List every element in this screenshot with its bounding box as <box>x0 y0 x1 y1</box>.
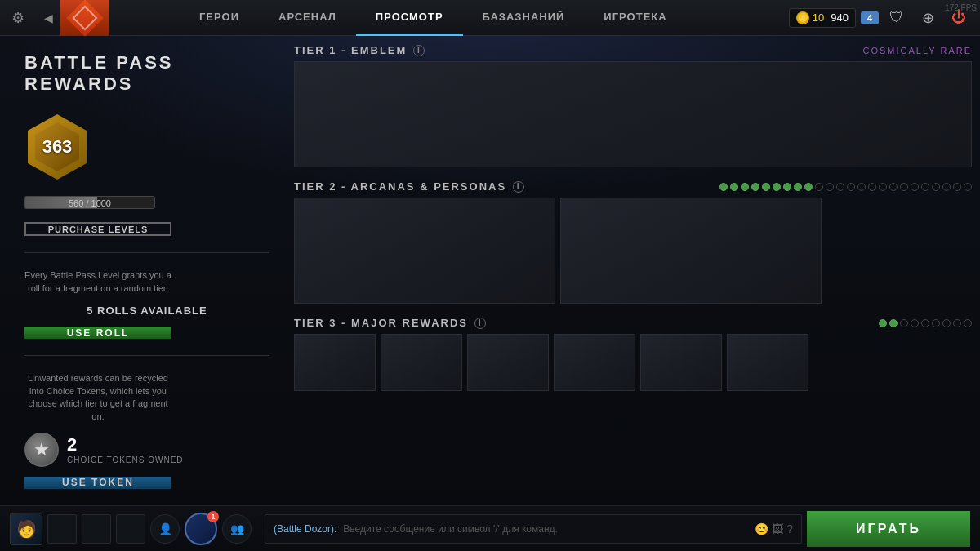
inventory-slot-1[interactable] <box>47 514 77 544</box>
tier-3-header: TIER 3 - MAJOR REWARDS i <box>294 317 972 329</box>
use-token-button[interactable]: USE TOKEN <box>24 477 172 489</box>
tier-3-dot-6 <box>932 319 940 327</box>
tier-3-title: TIER 3 - MAJOR REWARDS i <box>294 317 486 329</box>
bottom-bar: 🧑 👤 1 👥 (Battle Dozor): Введите сообщени… <box>0 505 980 551</box>
dota-logo[interactable] <box>60 0 109 36</box>
tier-2-dot-17 <box>889 183 898 191</box>
inventory-slot-2[interactable] <box>82 514 111 544</box>
tier-3-card-4[interactable] <box>554 334 635 391</box>
nav-right: 🪙 10 940 4 🛡 ⊕ ⏻ 172 FPS <box>789 5 980 31</box>
tier-3-dots <box>879 319 972 327</box>
tab-knowledge[interactable]: БАЗАЗНАНИЙ <box>463 0 585 36</box>
tier-2-dot-10 <box>815 183 823 191</box>
tier-2-cards <box>294 198 972 304</box>
tier-1-card[interactable] <box>294 61 972 167</box>
xp-bar-track: 560 / 1000 <box>24 196 155 209</box>
tier-2-card-1[interactable] <box>294 198 555 304</box>
tier-2-dot-14 <box>858 183 866 191</box>
token-count: 2 <box>67 434 184 455</box>
coin-icon: 🪙 <box>796 11 809 24</box>
tier-3-card-5[interactable] <box>640 334 722 391</box>
tier-1-title: TIER 1 - EMBLEM i <box>294 44 425 56</box>
tier-2-dot-4 <box>751 183 760 191</box>
tab-arsenal[interactable]: АРСЕНАЛ <box>259 0 356 36</box>
tier-2-header: TIER 2 - ARCANAS & PERSONAS i <box>294 180 972 193</box>
card-shimmer-2a <box>295 198 555 303</box>
xp-bar-container: 560 / 1000 <box>24 196 270 209</box>
purchase-levels-button[interactable]: PURCHASE LEVELS <box>24 222 172 236</box>
tier-3-dot-2 <box>889 319 898 327</box>
tier-3-card-2[interactable] <box>381 334 462 391</box>
emoji-icon[interactable]: 😊 <box>755 522 768 535</box>
profile-icon[interactable]: 👤 <box>150 514 180 544</box>
chat-bar[interactable]: (Battle Dozor): Введите сообщение или си… <box>265 514 802 544</box>
tier-2-dot-7 <box>783 183 791 191</box>
level-number: 363 <box>42 136 73 158</box>
help-icon[interactable]: ? <box>786 522 793 535</box>
tier-1-info-icon[interactable]: i <box>413 45 425 56</box>
tier-2-card-2[interactable] <box>560 198 822 304</box>
tier-2-dot-22 <box>942 183 951 191</box>
tier-1-section: TIER 1 - EMBLEM i COSMICALLY RARE <box>294 44 972 167</box>
tab-heroes[interactable]: ГЕРОИ <box>180 0 259 36</box>
tier-3-card-3[interactable] <box>467 334 549 391</box>
tier-3-dot-4 <box>911 319 919 327</box>
right-panel: TIER 1 - EMBLEM i COSMICALLY RARE TIER 2… <box>294 36 980 505</box>
left-panel: BATTLE PASS REWARDS 363 560 / 1000 PURCH… <box>0 36 294 505</box>
tier-3-info-icon[interactable]: i <box>474 318 486 329</box>
chat-placeholder-text: Введите сообщение или символ '/' для ком… <box>343 523 558 535</box>
tier-2-dot-16 <box>879 183 887 191</box>
tab-gamelab[interactable]: ИГРОТЕКА <box>584 0 686 36</box>
tier-2-dot-11 <box>826 183 834 191</box>
image-icon[interactable]: 🖼 <box>772 522 783 535</box>
tier-2-dot-19 <box>911 183 919 191</box>
gem-amount: 940 <box>831 11 849 24</box>
play-button[interactable]: ИГРАТЬ <box>807 511 970 547</box>
avatar[interactable]: 🧑 <box>10 513 42 545</box>
inventory-slot-3[interactable] <box>116 514 145 544</box>
notification-badge[interactable]: 4 <box>861 11 879 24</box>
settings-icon[interactable]: ⚙ <box>0 0 36 36</box>
tier-2-dot-12 <box>836 183 844 191</box>
nav-left: ⚙ ◀ <box>0 0 180 36</box>
nav-tabs: ГЕРОИ АРСЕНАЛ ПРОСМОТР БАЗАЗНАНИЙ ИГРОТЕ… <box>180 0 789 36</box>
tab-watch[interactable]: ПРОСМОТР <box>356 0 463 36</box>
tier-2-dot-23 <box>953 183 961 191</box>
level-badge: 363 <box>24 114 90 180</box>
plus-icon[interactable]: ⊕ <box>915 5 941 31</box>
token-star-icon: ★ <box>24 433 59 467</box>
tier-2-info-icon[interactable]: i <box>513 181 524 193</box>
tier-3-card-1[interactable] <box>294 334 376 391</box>
tier-2-dot-8 <box>794 183 802 191</box>
divider-1 <box>24 252 270 253</box>
rolls-available-label: 5 ROLLS AVAILABLE <box>24 304 270 317</box>
tier-3-dot-9 <box>964 319 972 327</box>
tier-2-title-text: TIER 2 - ARCANAS & PERSONAS <box>294 180 506 193</box>
token-info: 2 CHOICE TOKENS OWNED <box>67 434 184 464</box>
tier-2-dots <box>719 183 972 191</box>
shield-icon[interactable]: 🛡 <box>884 5 910 31</box>
level-badge-container: 363 <box>24 114 270 180</box>
xp-bar-text: 560 / 1000 <box>25 197 154 209</box>
group-icon[interactable]: 👥 <box>222 514 252 544</box>
back-icon[interactable]: ◀ <box>36 0 60 36</box>
tier-3-card-6[interactable] <box>727 334 808 391</box>
token-row: ★ 2 CHOICE TOKENS OWNED <box>24 433 270 467</box>
use-roll-button[interactable]: USE ROLL <box>24 327 172 339</box>
tier-2-dot-13 <box>847 183 855 191</box>
chat-channel-name: (Battle Dozor): <box>274 523 336 535</box>
tier-3-dot-7 <box>942 319 951 327</box>
tier-2-dot-2 <box>730 183 738 191</box>
logo-diamond <box>66 0 103 36</box>
tier-3-cards <box>294 334 972 391</box>
tier-2-dot-6 <box>773 183 781 191</box>
active-item-slot[interactable]: 1 <box>185 513 217 545</box>
tier-3-section: TIER 3 - MAJOR REWARDS i <box>294 317 972 391</box>
tier-2-dot-18 <box>900 183 908 191</box>
tier-2-dot-5 <box>762 183 770 191</box>
tier-3-dot-5 <box>921 319 929 327</box>
tier-2-dot-20 <box>921 183 929 191</box>
tier-2-dot-3 <box>741 183 749 191</box>
tier-2-dot-24 <box>964 183 972 191</box>
tier-2-dot-15 <box>868 183 876 191</box>
